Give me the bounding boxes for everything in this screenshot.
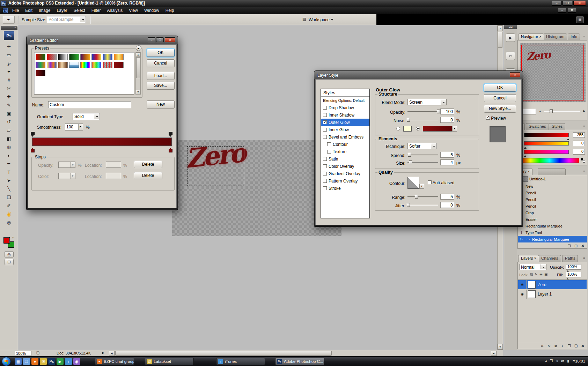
menu-view[interactable]: View (126, 7, 141, 14)
layer-thumbnail[interactable] (528, 290, 536, 298)
quick-launch-switch-windows[interactable]: ❐ (23, 358, 30, 365)
gradient-preset[interactable] (47, 54, 57, 60)
clone-stamp-tool[interactable]: ▣ (5, 110, 14, 118)
layer-visibility-icon[interactable]: ◉ (518, 290, 527, 299)
gradient-preset[interactable] (80, 54, 90, 60)
current-tool-icon[interactable]: ✒ (3, 16, 15, 24)
style-item-stroke[interactable]: Stroke (321, 185, 369, 192)
style-checkbox[interactable] (323, 157, 327, 161)
layer-name[interactable]: Zero (538, 282, 546, 287)
style-item-outer-glow[interactable]: Outer Glow (321, 119, 369, 126)
menu-filter[interactable]: Filter (88, 7, 104, 14)
photoshop-logo[interactable]: Ps (4, 31, 14, 40)
screen-mode-icon[interactable]: ❐ (5, 259, 14, 265)
opacity-stop-left[interactable] (31, 132, 35, 135)
blend-mode-select[interactable]: Normal (519, 264, 546, 270)
new-adjustment-layer-icon[interactable]: ◐ (560, 344, 565, 348)
style-checkbox[interactable] (323, 172, 327, 175)
brush-tool[interactable]: ✎ (5, 102, 14, 110)
spread-field[interactable] (440, 152, 454, 158)
rectangular-marquee-tool[interactable]: ▭ (5, 51, 14, 59)
dialog-close-icon[interactable]: ✕ (165, 37, 175, 42)
dialog-minimize-icon[interactable]: – (148, 37, 155, 42)
menu-file[interactable]: File (9, 7, 22, 14)
size-slider[interactable] (407, 160, 438, 164)
tab-swatches[interactable]: Swatches (526, 123, 549, 130)
delete-color-stop-button[interactable]: Delete (134, 172, 162, 179)
gradient-preset[interactable] (69, 54, 79, 60)
history-panel-menu-icon[interactable]: ≡ (583, 170, 585, 173)
presets-menu-icon[interactable]: ▶ (136, 45, 141, 51)
new-snapshot-icon[interactable]: ◫ (573, 244, 579, 248)
quick-launch-mail[interactable]: ✉ (40, 358, 47, 365)
workspace-button[interactable]: Workspace (309, 17, 333, 22)
quick-launch-media-player[interactable]: ▶ (57, 358, 64, 365)
healing-brush-tool[interactable]: ✚ (5, 93, 14, 101)
layer-visibility-icon[interactable]: ◉ (518, 280, 527, 289)
glow-gradient-picker-icon[interactable]: ▼ (452, 126, 457, 132)
opacity-stop-right[interactable] (169, 132, 172, 135)
channel-r-value[interactable]: 255 (573, 132, 585, 138)
history-item[interactable]: ▷▭Rectangular Marquee (518, 236, 587, 242)
type-tool[interactable]: T (5, 169, 14, 177)
sample-size-select[interactable]: Point Sample (47, 16, 86, 23)
tab-styles[interactable]: Styles (549, 123, 565, 130)
layer-row[interactable]: ◉ T Zero (518, 280, 587, 289)
style-checkbox[interactable] (323, 135, 327, 139)
zoom-tool[interactable]: ◎ (5, 219, 14, 227)
jitter-slider[interactable] (407, 203, 438, 207)
layer-name[interactable]: Layer 1 (538, 292, 552, 297)
minimize-button[interactable]: – (552, 1, 561, 6)
color-stop-left[interactable] (31, 149, 35, 152)
lock-position-icon[interactable]: ✛ (539, 272, 542, 276)
layers-panel-menu-icon[interactable]: ≡ (583, 256, 585, 260)
glow-gradient-radio[interactable] (416, 127, 420, 130)
quick-launch-show-desktop[interactable]: ▦ (15, 358, 22, 365)
slice-tool[interactable]: ✄ (5, 85, 14, 93)
lock-image-icon[interactable]: ✎ (535, 272, 537, 276)
history-brush-tool[interactable]: ↺ (5, 118, 14, 126)
start-button[interactable] (2, 357, 11, 366)
quick-launch-itunes[interactable]: ♪ (65, 358, 72, 365)
add-layer-style-icon[interactable]: fx (546, 344, 552, 348)
new-button[interactable]: New (147, 100, 175, 109)
tray-network-icon[interactable]: ⇄ (560, 359, 565, 363)
presets-scroll-up-icon[interactable]: ▲ (136, 52, 140, 57)
gradient-preview-bar[interactable] (32, 137, 172, 146)
color-spectrum-bar[interactable] (520, 158, 579, 163)
scroll-down-icon[interactable]: ▼ (498, 344, 503, 350)
menu-help[interactable]: Help (162, 7, 177, 14)
gradient-type-select[interactable]: Solid (73, 113, 100, 120)
move-tool[interactable]: ✛ (5, 43, 14, 51)
taskbar-button-itunes[interactable]: ♪iTunes (216, 358, 265, 365)
style-item-inner-shadow[interactable]: Inner Shadow (321, 111, 369, 119)
blur-tool[interactable]: ◍ (5, 143, 14, 151)
load-button[interactable]: Load... (147, 72, 175, 80)
new-style-button[interactable]: New Style... (484, 105, 516, 113)
style-item-color-overlay[interactable]: Color Overlay (321, 163, 369, 170)
history-item[interactable]: #Crop (518, 209, 587, 216)
tab-histogram[interactable]: Histogram (543, 33, 567, 40)
style-checkbox[interactable] (323, 179, 327, 183)
technique-select[interactable]: Softer (407, 143, 437, 149)
gradient-preset[interactable] (58, 54, 68, 60)
toolbox-collapse-icon[interactable]: » (1, 26, 17, 30)
quick-launch-firefox[interactable]: ● (31, 358, 38, 365)
noise-field[interactable] (440, 117, 454, 123)
preview-checkbox[interactable]: Preview (486, 116, 506, 121)
taskbar-button-firefox[interactable]: ●BZPC chat group - ... (95, 358, 134, 365)
channel-b-value[interactable]: 0 (573, 149, 585, 155)
gradient-preset[interactable] (69, 62, 79, 68)
maximize-button[interactable]: ❐ (563, 1, 572, 6)
style-item-bevel-emboss[interactable]: Bevel and Emboss (321, 133, 369, 141)
path-selection-tool[interactable]: ➤ (5, 177, 14, 185)
collapsed-panel-icon-2[interactable]: ✄ (506, 52, 515, 60)
pen-tool[interactable]: ✒ (5, 160, 14, 168)
delete-state-icon[interactable]: ✖ (580, 244, 586, 248)
quick-mask-icon[interactable]: ◎ (5, 251, 14, 257)
channel-r-slider[interactable] (524, 133, 569, 137)
add-layer-mask-icon[interactable]: ◙ (553, 344, 559, 348)
notes-tool[interactable]: ❏ (5, 194, 14, 202)
link-layers-icon[interactable]: ∞ (539, 344, 545, 348)
tab-navigator[interactable]: Navigator × (518, 33, 544, 40)
